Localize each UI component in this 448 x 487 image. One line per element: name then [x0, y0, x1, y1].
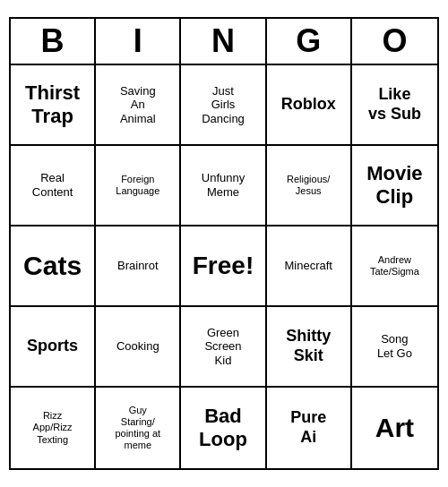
bingo-cell: Cats	[11, 226, 96, 307]
bingo-cell: GuyStaring/pointing atmeme	[96, 388, 181, 468]
bingo-cell: MovieClip	[352, 146, 437, 226]
bingo-cell: AndrewTate/Sigma	[352, 226, 437, 307]
bingo-cell: ThirstTrap	[11, 65, 96, 146]
bingo-cell: UnfunnyMeme	[181, 146, 266, 226]
bingo-cell: SavingAnAnimal	[96, 65, 181, 146]
bingo-cell: ForeignLanguage	[96, 146, 181, 226]
bingo-cell: Free!	[181, 226, 266, 307]
bingo-cell: Roblox	[267, 65, 352, 146]
bingo-cell: RizzApp/RizzTexting	[11, 388, 96, 468]
bingo-card: BINGO ThirstTrapSavingAnAnimalJustGirlsD…	[9, 17, 439, 470]
bingo-cell: Art	[352, 388, 437, 468]
bingo-cell: JustGirlsDancing	[181, 65, 266, 146]
bingo-cell: BadLoop	[181, 388, 266, 468]
bingo-cell: Likevs Sub	[352, 65, 437, 146]
bingo-cell: Cooking	[96, 307, 181, 388]
bingo-cell: RealContent	[11, 146, 96, 226]
header-letter: I	[96, 19, 181, 64]
bingo-cell: SongLet Go	[352, 307, 437, 388]
header-letter: G	[267, 19, 352, 64]
bingo-header: BINGO	[11, 19, 437, 65]
bingo-cell: ShittySkit	[267, 307, 352, 388]
bingo-cell: PureAi	[267, 388, 352, 468]
bingo-cell: Religious/Jesus	[267, 146, 352, 226]
header-letter: O	[352, 19, 437, 64]
header-letter: B	[11, 19, 96, 64]
bingo-cell: Sports	[11, 307, 96, 388]
bingo-cell: Minecraft	[267, 226, 352, 307]
bingo-grid: ThirstTrapSavingAnAnimalJustGirlsDancing…	[11, 65, 437, 468]
bingo-cell: GreenScreenKid	[181, 307, 266, 388]
bingo-cell: Brainrot	[96, 226, 181, 307]
header-letter: N	[181, 19, 266, 64]
